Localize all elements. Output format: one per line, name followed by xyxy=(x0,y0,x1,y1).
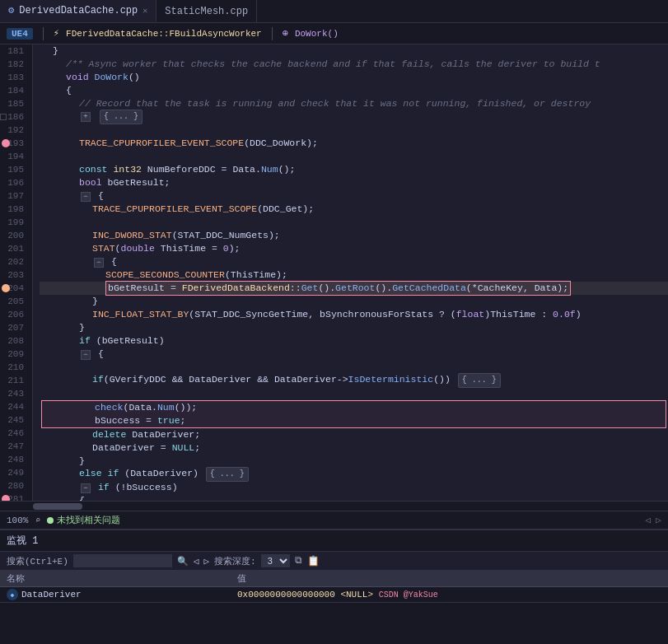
ln-248: 248 xyxy=(0,453,27,466)
ln-207: 207 xyxy=(0,321,27,334)
ln-183: 183 xyxy=(0,71,27,84)
code-line-185: // Record that the task is running and c… xyxy=(40,97,668,110)
ln-194: 194 xyxy=(0,150,27,163)
nav-back-icon[interactable]: ◁ xyxy=(194,556,199,567)
code-line-209: − { xyxy=(40,348,668,361)
nav-fwd-icon[interactable]: ▷ xyxy=(203,556,209,567)
ln-192: 192 xyxy=(0,124,27,137)
collapse-186[interactable]: + xyxy=(81,112,91,122)
ln-208: 208 xyxy=(0,334,27,348)
current-marker-204 xyxy=(2,284,10,292)
ln-193: 193 xyxy=(0,137,27,150)
code-line-249: else if (DataDeriver) { ... } xyxy=(40,468,668,481)
zoom-level: 100% xyxy=(7,516,28,525)
watch-toolbar: 搜索(Ctrl+E) 🔍 ◁ ▷ 搜索深度: 3 1 2 4 5 ⧉ 📋 xyxy=(0,552,668,571)
code-line-193: TRACE_CPUPROFILER_EVENT_SCOPE(DDC_DoWork… xyxy=(40,137,668,150)
breakpoint-193 xyxy=(2,139,10,147)
tab-bar: ⚙ DerivedDataCache.cpp ✕ StaticMesh.cpp xyxy=(0,0,668,23)
ln-201: 201 xyxy=(0,242,27,255)
ln-247: 247 xyxy=(0,440,27,453)
method-label: DoWork() xyxy=(295,29,339,39)
code-line-194 xyxy=(40,150,668,163)
watch-table: 名称 值 ◆ DataDeriver 0x0000000000000000 <N… xyxy=(0,571,668,644)
watch-panel-header: 监视 1 xyxy=(0,530,668,552)
ln-245: 245 xyxy=(0,413,27,427)
depth-select[interactable]: 3 1 2 4 5 xyxy=(261,554,290,567)
collapsed-249[interactable]: { ... } xyxy=(206,467,249,482)
code-line-195: const int32 NumBeforeDDC = Data.Num(); xyxy=(40,163,668,176)
tab-derived-data-cache[interactable]: ⚙ DerivedDataCache.cpp ✕ xyxy=(0,0,156,22)
watch-row-value-0: 0x0000000000000000 <NULL> xyxy=(237,590,373,600)
watch-row-name-0: DataDeriver xyxy=(21,590,82,600)
ln-280: 280 xyxy=(0,479,27,492)
breakpoint-281 xyxy=(2,495,10,501)
code-line-243 xyxy=(40,387,668,400)
code-line-245: bSuccess = true; xyxy=(42,414,666,427)
collapse-209[interactable]: − xyxy=(81,350,91,360)
search-label: 搜索(Ctrl+E) xyxy=(7,555,68,567)
collapse-197[interactable]: − xyxy=(81,192,91,202)
code-line-184: { xyxy=(40,84,668,97)
code-line-182: /** Async worker that checks the cache b… xyxy=(40,58,668,71)
ok-status: 未找到相关问题 xyxy=(47,514,120,526)
code-line-186: + { ... } xyxy=(40,110,668,124)
collapse-280[interactable]: − xyxy=(81,483,91,493)
ln-281: 281 xyxy=(0,492,27,501)
code-line-206: INC_FLOAT_STAT_BY(STAT_DDC_SyncGetTime, … xyxy=(40,308,668,321)
code-line-244: check(Data.Num()); xyxy=(42,401,666,414)
paste-icon[interactable]: 📋 xyxy=(307,555,320,567)
platform-badge[interactable]: UE4 xyxy=(7,28,33,40)
col2-header: 值 xyxy=(237,572,661,585)
watch-panel-title: 监视 1 xyxy=(7,534,38,548)
code-line-198: TRACE_CPUPROFILER_EVENT_SCOPE(DDC_Get); xyxy=(40,203,668,216)
tab-static-mesh[interactable]: StaticMesh.cpp xyxy=(156,0,257,22)
ok-dot xyxy=(47,517,54,524)
code-line-200: INC_DWORD_STAT(STAT_DDC_NumGets); xyxy=(40,229,668,242)
tab-label-2: StaticMesh.cpp xyxy=(165,6,248,17)
code-line-205: } xyxy=(40,295,668,308)
sep2 xyxy=(272,27,273,40)
sep1 xyxy=(43,27,44,40)
code-line-181: } xyxy=(40,44,668,58)
code-line-199 xyxy=(40,216,668,229)
code-line-247: DataDeriver = NULL; xyxy=(40,441,668,455)
zoom-icon: ⌕ xyxy=(35,515,40,525)
search-input[interactable] xyxy=(73,554,172,567)
tab-file-icon: ⚙ xyxy=(8,4,14,16)
code-line-281: { xyxy=(40,494,668,501)
copy-icon[interactable]: ⧉ xyxy=(295,555,302,567)
method-icon: ⊕ xyxy=(283,27,288,40)
collapsed-block-186[interactable]: { ... } xyxy=(100,110,142,124)
ln-211: 211 xyxy=(0,374,27,387)
code-line-210 xyxy=(40,361,668,374)
code-line-204: bGetResult = FDerivedDataBackend::Get().… xyxy=(40,282,668,295)
code-line-201: STAT(double ThisTime = 0); xyxy=(40,242,668,255)
ln-186: 186 xyxy=(0,110,27,124)
ln-209: 209 xyxy=(0,348,27,361)
ln-181: 181 xyxy=(0,44,27,58)
ln-206: 206 xyxy=(0,308,27,321)
code-line-196: bool bGetResult; xyxy=(40,176,668,189)
code-line-280: − if (!bSuccess) xyxy=(40,481,668,494)
ln-196: 196 xyxy=(0,176,27,189)
status-arrows: ◁ ▷ xyxy=(645,515,661,525)
horizontal-scrollbar[interactable] xyxy=(0,501,668,511)
function-path: FDerivedDataCache::FBuildAsyncWorker xyxy=(66,29,262,39)
ln-204: 204 xyxy=(0,282,27,295)
ln-184: 184 xyxy=(0,84,27,97)
code-line-211: if(GVerifyDDC && DataDeriver && DataDeri… xyxy=(40,374,668,387)
collapsed-211[interactable]: { ... } xyxy=(458,373,501,388)
watch-row-0[interactable]: ◆ DataDeriver 0x0000000000000000 <NULL> … xyxy=(0,587,668,603)
search-icon: 🔍 xyxy=(177,556,189,567)
collapse-202[interactable]: − xyxy=(94,258,104,268)
code-line-246: delete DataDeriver; xyxy=(40,428,668,441)
code-line-197: − { xyxy=(40,189,668,203)
watch-table-header: 名称 值 xyxy=(0,571,668,587)
tab-close-1[interactable]: ✕ xyxy=(142,6,147,16)
ln-182: 182 xyxy=(0,58,27,71)
col1-header: 名称 xyxy=(7,572,237,585)
ln-203: 203 xyxy=(0,268,27,282)
code-line-192 xyxy=(40,124,668,137)
code-content[interactable]: } /** Async worker that checks the cache… xyxy=(33,44,668,501)
status-bar: 100% ⌕ 未找到相关问题 ◁ ▷ xyxy=(0,511,668,529)
